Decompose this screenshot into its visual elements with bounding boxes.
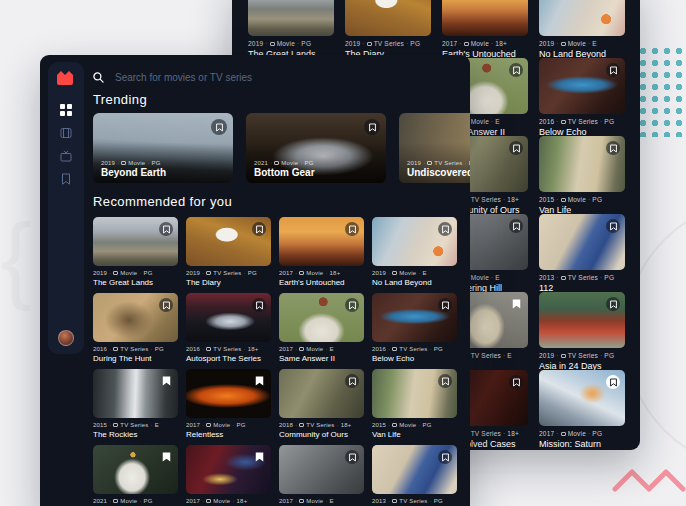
tv-icon[interactable] — [60, 148, 72, 160]
bookmark-button[interactable] — [364, 119, 380, 135]
card-rating: PG — [410, 40, 420, 47]
card-year: 2017 — [186, 498, 200, 504]
bookmark-button[interactable] — [509, 141, 523, 155]
card-year: 2017 — [442, 40, 457, 47]
bookmark-button[interactable] — [345, 374, 359, 388]
media-card[interactable]: 2019·TV Series·PGThe Diary — [345, 0, 431, 59]
bookmark-button[interactable] — [252, 222, 266, 236]
card-thumbnail — [372, 293, 457, 342]
tv-icon — [113, 423, 118, 427]
bookmark-button[interactable] — [252, 450, 266, 464]
search-input[interactable] — [113, 71, 377, 84]
bookmark-button[interactable] — [345, 298, 359, 312]
bookmark-button[interactable] — [606, 297, 620, 311]
main-window: Trending 2019·Movie·PGBeyond Earth2021·M… — [40, 55, 470, 506]
card-rating: PG — [144, 270, 153, 276]
meta-separator: · — [295, 498, 297, 504]
card-thumbnail — [539, 0, 625, 36]
media-card[interactable]: 2017·Movie·18+Earth's Untouched — [279, 217, 364, 287]
bookmark-button[interactable] — [345, 222, 359, 236]
bookmark-button[interactable] — [606, 375, 620, 389]
meta-separator: · — [202, 270, 204, 276]
bookmark-button[interactable] — [509, 297, 523, 311]
media-card[interactable]: 2015·TV Series·EThe Rockies — [93, 369, 178, 439]
card-thumbnail — [539, 58, 625, 114]
card-category: TV Series — [471, 430, 501, 437]
bookmark-button[interactable] — [159, 450, 173, 464]
media-card[interactable]: 2015·Movie·PGVan Life — [372, 369, 457, 439]
card-meta: 2019·TV Series·E — [407, 160, 470, 166]
meta-separator: · — [139, 270, 141, 276]
bookmark-button[interactable] — [438, 222, 452, 236]
card-thumbnail — [539, 370, 625, 426]
card-thumbnail — [279, 217, 364, 266]
trending-card[interactable]: 2021·Movie·PGBottom Gear — [246, 113, 386, 183]
trending-card[interactable]: 2019·Movie·PGBeyond Earth — [93, 113, 233, 183]
media-card[interactable]: 2016·TV Series·PGDuring The Hunt — [93, 293, 178, 363]
meta-separator: · — [244, 270, 246, 276]
trending-card[interactable]: 2019·TV Series·EUndiscovered Cities — [399, 113, 470, 183]
bookmark-icon[interactable] — [60, 171, 72, 183]
bookmark-button[interactable] — [438, 450, 452, 464]
bookmark-button[interactable] — [438, 374, 452, 388]
bookmark-button[interactable] — [252, 374, 266, 388]
media-card[interactable]: 2018·TV Series·18+Community of Ours — [279, 369, 364, 439]
media-card[interactable]: 2013·TV Series·PG112 — [539, 214, 625, 293]
media-card[interactable]: 2017·Movie·PGMission: Saturn — [539, 370, 625, 449]
media-card[interactable]: 2017·Movie·18+Earth's Untouched — [442, 0, 528, 59]
film-icon[interactable] — [60, 125, 72, 137]
card-meta: 2019·Movie·PG — [248, 40, 334, 47]
media-card[interactable]: 2019·Movie·ENo Land Beyond — [539, 0, 625, 59]
card-category: Movie — [213, 498, 230, 504]
media-card[interactable]: 2019·Movie·ENo Land Beyond — [372, 217, 457, 287]
media-card[interactable]: 2019·TV Series·PGAsia in 24 Days — [539, 292, 625, 371]
media-card[interactable]: 2017·Movie·PGRelentless — [186, 369, 271, 439]
bookmark-button[interactable] — [606, 219, 620, 233]
media-card[interactable]: 2013·TV Series·PG — [372, 445, 457, 504]
media-card[interactable]: 2019·Movie·PGThe Great Lands — [93, 217, 178, 287]
bookmark-button[interactable] — [159, 298, 173, 312]
film-icon — [392, 271, 397, 275]
media-card[interactable]: 2016·TV Series·PGBelow Echo — [539, 58, 625, 137]
media-card[interactable]: 2017·Movie·18+ — [186, 445, 271, 504]
page: { 2019·Movie·PGThe Great Lands2019·TV Se… — [0, 0, 686, 506]
bookmark-button[interactable] — [606, 141, 620, 155]
card-rating: E — [507, 352, 512, 359]
film-icon — [561, 198, 566, 202]
film-icon — [299, 271, 304, 275]
bookmark-button[interactable] — [509, 63, 523, 77]
card-thumbnail — [93, 217, 178, 266]
bookmark-button[interactable] — [159, 374, 173, 388]
card-rating: E — [495, 118, 500, 125]
bookmark-button[interactable] — [159, 222, 173, 236]
bookmark-button[interactable] — [606, 63, 620, 77]
card-title: Earth's Untouched — [279, 278, 364, 287]
meta-separator: · — [109, 346, 111, 352]
bookmark-button[interactable] — [509, 375, 523, 389]
card-meta: 2021·Movie·PG — [93, 498, 178, 504]
bookmark-button[interactable] — [211, 119, 227, 135]
card-rating: E — [592, 40, 597, 47]
media-card[interactable]: 2016·TV Series·18+Autosport The Series — [186, 293, 271, 363]
avatar[interactable] — [58, 330, 74, 346]
media-card[interactable]: 2021·Movie·PG — [93, 445, 178, 504]
card-category: TV Series — [471, 196, 501, 203]
card-rating: PG — [152, 160, 161, 166]
bookmark-button[interactable] — [509, 219, 523, 233]
media-card[interactable]: 2017·Movie·E — [279, 445, 364, 504]
trending-card-text: 2019·Movie·PGBeyond Earth — [101, 156, 166, 178]
bookmark-button[interactable] — [252, 298, 266, 312]
app-logo-icon[interactable] — [56, 70, 76, 86]
media-card[interactable]: 2019·Movie·PGThe Great Lands — [248, 0, 334, 59]
card-category: Movie — [277, 40, 295, 47]
media-card[interactable]: 2017·Movie·ESame Answer II — [279, 293, 364, 363]
bookmark-button[interactable] — [438, 298, 452, 312]
grid-icon[interactable] — [60, 102, 72, 114]
media-card[interactable]: 2019·TV Series·PGThe Diary — [186, 217, 271, 287]
media-card[interactable]: 2016·TV Series·PGBelow Echo — [372, 293, 457, 363]
card-title: Same Answer II — [279, 354, 364, 363]
trending-heading: Trending — [93, 92, 147, 107]
card-year: 2015 — [539, 196, 554, 203]
media-card[interactable]: 2015·Movie·PGVan Life — [539, 136, 625, 215]
bookmark-button[interactable] — [345, 450, 359, 464]
